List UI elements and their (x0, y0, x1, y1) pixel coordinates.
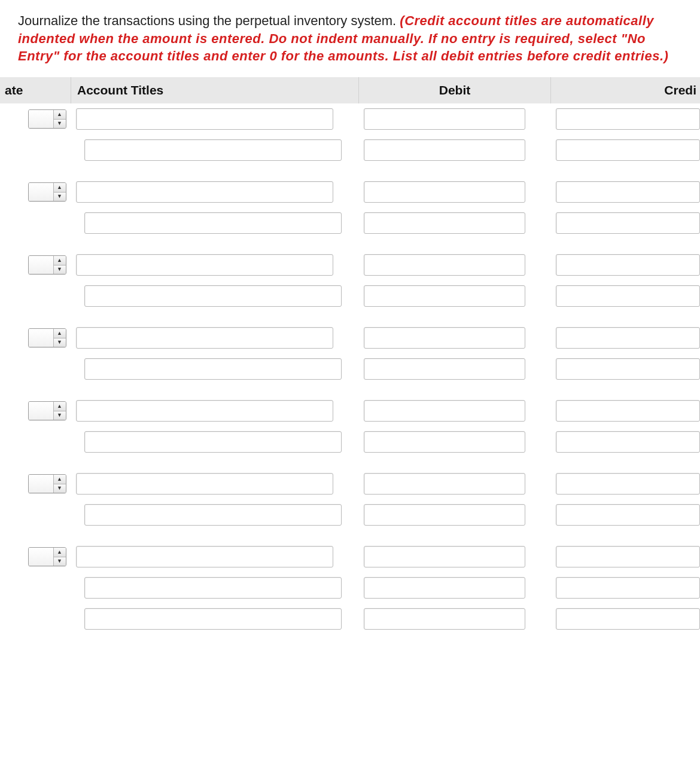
chevron-up-icon[interactable]: ▲ (54, 110, 66, 120)
credit-cell (551, 322, 701, 353)
account-title-input[interactable] (76, 400, 333, 422)
debit-input[interactable] (364, 358, 525, 380)
chevron-down-icon[interactable]: ▼ (54, 120, 66, 129)
date-stepper-value (29, 475, 54, 493)
debit-cell (359, 468, 551, 499)
credit-input[interactable] (556, 139, 701, 161)
credit-input[interactable] (556, 212, 701, 234)
chevron-up-icon[interactable]: ▲ (54, 256, 66, 265)
credit-input[interactable] (556, 504, 701, 526)
debit-input[interactable] (364, 285, 525, 307)
debit-input[interactable] (364, 400, 525, 422)
account-title-input[interactable] (76, 108, 333, 130)
account-cell (71, 395, 359, 426)
account-title-input[interactable] (84, 431, 342, 453)
debit-input[interactable] (364, 327, 525, 349)
chevron-up-icon[interactable]: ▲ (54, 475, 66, 484)
credit-input[interactable] (556, 431, 701, 453)
debit-input[interactable] (364, 254, 525, 276)
credit-cell (551, 426, 701, 457)
credit-cell (551, 249, 701, 280)
account-cell (71, 572, 359, 603)
chevron-down-icon[interactable]: ▼ (54, 411, 66, 420)
debit-input[interactable] (364, 212, 525, 234)
account-title-input[interactable] (84, 212, 342, 234)
account-title-input[interactable] (76, 473, 333, 495)
chevron-up-icon[interactable]: ▲ (54, 329, 66, 338)
credit-cell (551, 280, 701, 312)
date-stepper[interactable]: ▲▼ (28, 547, 66, 566)
date-stepper[interactable]: ▲▼ (28, 255, 66, 274)
chevron-down-icon[interactable]: ▼ (54, 338, 66, 347)
credit-cell (551, 395, 701, 426)
credit-input[interactable] (556, 327, 701, 349)
credit-input[interactable] (556, 181, 701, 203)
account-title-input[interactable] (84, 504, 342, 526)
debit-input[interactable] (364, 431, 525, 453)
date-stepper[interactable]: ▲▼ (28, 474, 66, 493)
account-title-input[interactable] (84, 139, 342, 161)
chevron-up-icon[interactable]: ▲ (54, 183, 66, 193)
debit-cell (359, 395, 551, 426)
journal-line: ▲▼ (0, 395, 700, 426)
account-title-input[interactable] (76, 546, 333, 567)
credit-input[interactable] (556, 473, 701, 495)
credit-cell (551, 353, 701, 384)
credit-input[interactable] (556, 577, 701, 599)
debit-cell (359, 572, 551, 603)
chevron-up-icon[interactable]: ▲ (54, 548, 66, 557)
group-separator (0, 530, 700, 541)
debit-input[interactable] (364, 139, 525, 161)
date-stepper[interactable]: ▲▼ (28, 182, 66, 202)
chevron-down-icon[interactable]: ▼ (54, 193, 66, 202)
credit-input[interactable] (556, 254, 701, 276)
debit-input[interactable] (364, 608, 525, 630)
credit-input[interactable] (556, 546, 701, 567)
journal-table: ate Account Titles Debit Credi ▲▼▲▼▲▼▲▼▲… (0, 77, 700, 634)
account-cell (71, 280, 359, 312)
debit-input[interactable] (364, 181, 525, 203)
journal-line (0, 280, 700, 312)
date-stepper[interactable]: ▲▼ (28, 401, 66, 420)
credit-input[interactable] (556, 358, 701, 380)
date-cell (0, 280, 71, 312)
credit-input[interactable] (556, 285, 701, 307)
debit-input[interactable] (364, 577, 525, 599)
debit-cell (359, 249, 551, 280)
chevron-down-icon[interactable]: ▼ (54, 265, 66, 274)
account-title-input[interactable] (84, 285, 342, 307)
credit-cell (551, 207, 701, 239)
chevron-up-icon[interactable]: ▲ (54, 402, 66, 411)
account-title-input[interactable] (76, 181, 333, 203)
debit-input[interactable] (364, 108, 525, 130)
credit-input[interactable] (556, 108, 701, 130)
debit-input[interactable] (364, 473, 525, 495)
account-title-input[interactable] (76, 327, 333, 349)
account-title-input[interactable] (84, 358, 342, 380)
credit-cell (551, 176, 701, 207)
date-cell (0, 499, 71, 530)
group-separator (0, 312, 700, 322)
journal-line: ▲▼ (0, 468, 700, 499)
credit-input[interactable] (556, 400, 701, 422)
journal-entry-page: Journalize the transactions using the pe… (0, 0, 700, 634)
credit-input[interactable] (556, 608, 701, 630)
date-stepper[interactable]: ▲▼ (28, 109, 66, 129)
account-title-input[interactable] (84, 608, 342, 630)
journal-line (0, 353, 700, 384)
date-stepper[interactable]: ▲▼ (28, 328, 66, 347)
chevron-down-icon[interactable]: ▼ (54, 484, 66, 493)
journal-line (0, 135, 700, 166)
journal-line: ▲▼ (0, 103, 700, 135)
debit-input[interactable] (364, 546, 525, 567)
account-title-input[interactable] (84, 577, 342, 599)
account-cell (71, 322, 359, 353)
header-account: Account Titles (71, 77, 359, 103)
header-debit: Debit (359, 77, 551, 103)
debit-input[interactable] (364, 504, 525, 526)
debit-cell (359, 353, 551, 384)
debit-cell (359, 207, 551, 239)
chevron-down-icon[interactable]: ▼ (54, 557, 66, 566)
account-title-input[interactable] (76, 254, 333, 276)
group-separator (0, 457, 700, 468)
